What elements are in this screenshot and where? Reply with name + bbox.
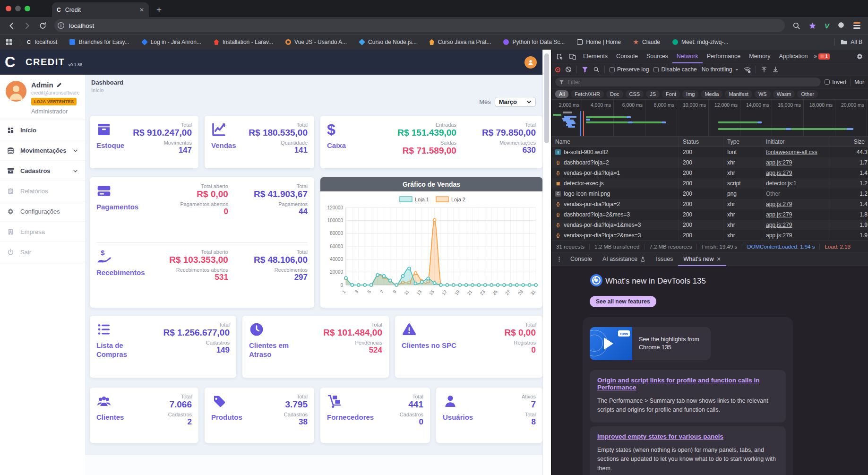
column-header-type[interactable]: Type (723, 137, 762, 147)
card-caixa[interactable]: $ Caixa Entradas R$ 151.439,00 Saídas R$… (320, 116, 542, 168)
filter-chip-media[interactable]: Media (701, 90, 722, 98)
devtools-tab-application[interactable]: Application (774, 50, 812, 63)
record-network-log-icon[interactable] (555, 67, 560, 72)
request-row[interactable]: {}dashboard?loja=2&mes=3200xhrapp.js:279… (551, 209, 868, 220)
drawer-tab-console[interactable]: Console (565, 252, 597, 266)
throttling-dropdown[interactable]: No throttling (702, 66, 739, 73)
bookmark-item[interactable]: Log in - Jira Anron... (142, 39, 201, 45)
window-minimize-button[interactable] (15, 6, 21, 11)
devtools-settings-gear-icon[interactable] (853, 53, 866, 60)
drawer-menu-kebab-icon[interactable] (553, 256, 565, 262)
search-network-icon[interactable] (593, 66, 600, 73)
feature-link[interactable]: Improved empty states for various panels (597, 433, 723, 440)
device-toolbar-icon[interactable] (566, 53, 579, 60)
request-initiator[interactable]: app.js:279 (766, 222, 792, 228)
request-row[interactable]: {}dashboard?loja=2200xhrapp.js:2791.7 (551, 157, 868, 168)
card-pagamentos-recebimentos[interactable]: Pagamentos Total aberto R$ 0,00 Pagament… (90, 177, 314, 308)
column-header-size[interactable]: Size (828, 137, 868, 147)
request-initiator[interactable]: app.js:279 (766, 201, 792, 207)
export-har-icon[interactable] (772, 66, 779, 73)
bookmark-item[interactable]: Home | Home (577, 39, 621, 45)
feature-link[interactable]: Origin and script links for profile and … (597, 377, 760, 391)
reload-icon[interactable] (39, 22, 47, 30)
devtools-tab-memory[interactable]: Memory (745, 50, 774, 63)
filter-chip-fetchxhr[interactable]: Fetch/XHR (571, 90, 604, 98)
address-bar[interactable]: localhost (54, 19, 785, 32)
bookmark-item[interactable]: Curso de Node.js... (359, 39, 417, 45)
window-zoom-button[interactable] (25, 6, 30, 11)
column-header-status[interactable]: Status (679, 137, 723, 147)
site-info-icon[interactable] (57, 22, 65, 29)
filter-chip-manifest[interactable]: Manifest (725, 90, 752, 98)
devtools-tab-network[interactable]: Network (672, 50, 703, 63)
all-bookmarks-button[interactable]: All B (841, 39, 862, 45)
search-icon[interactable] (792, 22, 800, 30)
bookmark-item[interactable]: Clocalhost (26, 39, 57, 45)
filter-chip-js[interactable]: JS (646, 90, 660, 98)
card-clientes-atraso[interactable]: Clientes em Atraso Total R$ 101.484,00 P… (242, 316, 389, 378)
request-initiator[interactable]: app.js:279 (766, 211, 792, 218)
card-estoque[interactable]: Estoque Total R$ 910.247,00 Movimentos 1… (90, 116, 198, 168)
devtools-tab-performance[interactable]: Performance (703, 50, 745, 63)
card-lista-compras[interactable]: Lista de Compras Total R$ 1.256.677,00 C… (90, 316, 236, 378)
request-initiator[interactable]: fontawesome-all.css (766, 149, 817, 155)
header-avatar[interactable] (524, 56, 537, 69)
bookmark-item[interactable]: Vue JS - Usando A... (285, 39, 347, 45)
request-row[interactable]: {}vendas-por-dia?loja=1200xhrapp.js:2791… (551, 168, 868, 178)
bookmark-star-icon[interactable] (808, 22, 816, 30)
request-row[interactable]: {}vendas-por-dia?loja=1&mes=3200xhrapp.j… (551, 220, 868, 230)
devtools-tab-elements[interactable]: Elements (579, 50, 612, 63)
page-scrollbar[interactable] (542, 50, 551, 475)
request-row[interactable]: {}vendas-por-dia?loja=2&mes=3200xhrapp.j… (551, 230, 868, 241)
network-filter-input[interactable] (555, 78, 821, 86)
network-overview-timeline[interactable]: 2,000 ms4,000 ms6,000 ms8,000 ms10,000 m… (551, 100, 868, 137)
filter-chip-all[interactable]: All (555, 90, 568, 98)
bookmark-item[interactable]: Installation - Larav... (214, 39, 273, 45)
bookmark-item[interactable]: Meet: mdg-zfwq-... (672, 39, 728, 45)
column-header-initiator[interactable]: Initiator (762, 137, 828, 147)
card-vendas[interactable]: Vendas Total R$ 180.535,00 Quantidade 14… (205, 116, 314, 168)
extensions-puzzle-icon[interactable] (837, 22, 845, 30)
devtools-tab-console[interactable]: Console (612, 50, 642, 63)
filter-funnel-icon[interactable] (582, 66, 588, 73)
drawer-tab-issues[interactable]: Issues (651, 252, 678, 266)
clear-network-log-icon[interactable] (565, 66, 572, 73)
filter-chip-doc[interactable]: Doc (606, 90, 623, 98)
filter-chip-wasm[interactable]: Wasm (773, 90, 795, 98)
request-row[interactable]: {}vendas-por-dia?loja=2200xhrapp.js:2791… (551, 199, 868, 209)
new-tab-button[interactable]: + (156, 5, 162, 15)
bookmark-item[interactable]: Python for Data Sc... (503, 39, 565, 45)
back-icon[interactable] (8, 22, 16, 30)
card-fornecedores[interactable]: Fornecedores Total 441 Cadastros 0 (320, 388, 430, 443)
close-icon[interactable]: ✕ (717, 252, 721, 266)
month-select[interactable]: Março (495, 97, 536, 107)
request-row[interactable]: Tfa-solid-900.woff2200fontfontawesome-al… (551, 147, 868, 157)
tab-close-icon[interactable]: ✕ (139, 7, 144, 13)
more-filters-label[interactable]: Mor (854, 79, 864, 86)
preserve-log-checkbox[interactable]: Preserve log (610, 66, 649, 73)
window-close-button[interactable] (6, 6, 11, 11)
video-thumbnail[interactable]: new (590, 327, 632, 360)
drawer-tab-whats-new[interactable]: What's new✕ (678, 252, 726, 266)
sidebar-item-inicio[interactable]: Início (0, 120, 85, 140)
filter-chip-img[interactable]: Img (682, 90, 698, 98)
card-clientes[interactable]: Clientes Total 7.066 Cadastros 2 (90, 388, 198, 443)
card-produtos[interactable]: Produtos Total 3.795 Cadastros 38 (205, 388, 314, 443)
scrollbar-thumb[interactable] (544, 53, 549, 143)
sidebar-item-cadastros[interactable]: Cadastros (0, 161, 85, 181)
bookmark-item[interactable]: Branches for Easy... (69, 39, 129, 45)
error-badge[interactable]: 1 (818, 53, 830, 60)
sales-line-chart[interactable]: 0200004000060000800001000001200001357911… (320, 191, 542, 308)
card-usuarios[interactable]: Usuários Ativos 7 Total 8 (436, 388, 542, 443)
filter-chip-font[interactable]: Font (662, 90, 680, 98)
column-header-name[interactable]: Name (551, 137, 679, 147)
sidebar-item-relatorios[interactable]: Relatórios (0, 181, 85, 201)
browser-menu-icon[interactable] (853, 22, 860, 28)
request-row[interactable]: Clogo-icon-mini.png200pngOther1.2 (551, 189, 868, 199)
drawer-tab-ai-assistance[interactable]: AI assistance (597, 252, 651, 266)
sidebar-item-sair[interactable]: Sair (0, 242, 85, 262)
apps-grid-icon[interactable] (6, 39, 12, 45)
sidebar-item-configuracoes[interactable]: Configurações (0, 201, 85, 222)
forward-icon[interactable] (23, 22, 31, 30)
vue-devtools-icon[interactable]: V (825, 22, 829, 30)
